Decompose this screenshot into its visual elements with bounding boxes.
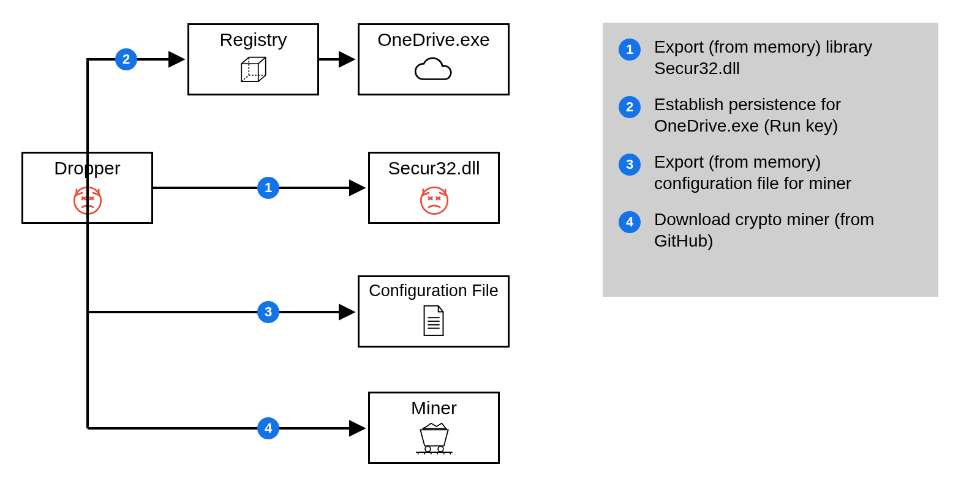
node-miner-label: Miner: [370, 393, 498, 419]
svg-marker-7: [422, 423, 446, 429]
node-registry-label: Registry: [189, 25, 317, 51]
node-secur32-label: Secur32.dll: [370, 154, 498, 179]
legend-text: Export (from memory) library Secur32.dll: [654, 36, 887, 79]
legend-badge: 3: [619, 154, 641, 176]
svg-point-2: [421, 187, 448, 214]
devil-icon: [370, 179, 498, 220]
node-dropper: Dropper: [21, 152, 153, 224]
legend-badge: 4: [619, 211, 641, 233]
legend-badge: 2: [619, 96, 641, 118]
svg-point-10: [438, 446, 443, 452]
node-miner: Miner: [368, 392, 500, 464]
legend-text: Export (from memory) configuration file …: [654, 151, 887, 194]
file-icon: [360, 300, 508, 341]
legend-text: Establish persistence for OneDrive.exe (…: [654, 94, 887, 136]
legend-panel: 1 Export (from memory) library Secur32.d…: [603, 23, 938, 297]
svg-point-0: [74, 187, 101, 214]
cube-icon: [189, 51, 317, 91]
node-config: Configuration File: [358, 275, 510, 348]
badge-1: 1: [257, 177, 279, 199]
legend-item: 2 Establish persistence for OneDrive.exe…: [619, 94, 922, 136]
legend-item: 4 Download crypto miner (from GitHub): [619, 209, 922, 251]
node-registry: Registry: [187, 23, 319, 95]
badge-4: 4: [257, 417, 279, 439]
node-secur32: Secur32.dll: [368, 152, 500, 224]
devil-icon: [23, 179, 151, 220]
cloud-icon: [360, 51, 508, 91]
badge-3: 3: [257, 301, 279, 323]
badge-2: 2: [115, 48, 137, 70]
svg-marker-8: [420, 430, 448, 445]
node-config-label: Configuration File: [360, 277, 508, 300]
legend-item: 1 Export (from memory) library Secur32.d…: [619, 36, 922, 79]
legend-badge: 1: [619, 39, 641, 61]
legend-text: Download crypto miner (from GitHub): [654, 209, 887, 251]
node-onedrive-label: OneDrive.exe: [360, 25, 508, 51]
node-dropper-label: Dropper: [23, 154, 151, 179]
diagram-canvas: Dropper Registry OneDrive: [0, 0, 980, 484]
svg-point-9: [425, 446, 431, 452]
node-onedrive: OneDrive.exe: [358, 23, 510, 95]
legend-item: 3 Export (from memory) configuration fil…: [619, 151, 922, 194]
mine-cart-icon: [370, 419, 498, 460]
